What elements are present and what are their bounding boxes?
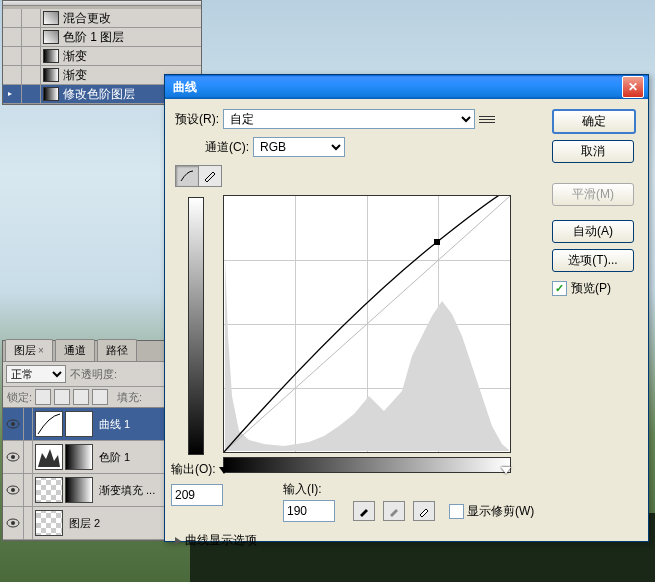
- history-item[interactable]: 色阶 1 图层: [3, 28, 201, 47]
- blend-mode-select[interactable]: 正常: [6, 365, 66, 383]
- lock-trans-icon[interactable]: [35, 389, 51, 405]
- pencil-tool-icon[interactable]: [199, 166, 221, 186]
- checkbox-icon: ✓: [552, 281, 567, 296]
- show-clip-checkbox[interactable]: ✓ 显示修剪(W): [449, 503, 534, 520]
- expander-icon: [175, 537, 181, 545]
- lock-all-icon[interactable]: [92, 389, 108, 405]
- title-bar[interactable]: 曲线 ✕: [165, 75, 648, 99]
- show-clip-label: 显示修剪(W): [467, 503, 534, 520]
- curves-graph[interactable]: [223, 195, 511, 453]
- history-item[interactable]: 渐变: [3, 47, 201, 66]
- expander-label: 曲线显示选项: [185, 532, 257, 549]
- preview-label: 预览(P): [571, 280, 611, 297]
- channel-label: 通道(C):: [205, 139, 249, 156]
- input-gradient: [223, 457, 511, 473]
- curve-line: [224, 196, 510, 452]
- ok-button[interactable]: 确定: [552, 109, 636, 134]
- svg-point-7: [11, 521, 15, 525]
- options-button[interactable]: 选项(T)...: [552, 249, 634, 272]
- svg-point-5: [11, 488, 15, 492]
- layer-row[interactable]: 曲线 1: [3, 408, 191, 441]
- svg-point-3: [11, 455, 15, 459]
- black-dropper-icon[interactable]: [353, 501, 375, 521]
- black-point-slider[interactable]: [219, 467, 229, 474]
- visibility-icon[interactable]: [3, 441, 24, 473]
- input-label: 输入(I):: [283, 481, 322, 498]
- cancel-button[interactable]: 取消: [552, 140, 634, 163]
- tab-channels[interactable]: 通道: [55, 339, 95, 361]
- tab-paths[interactable]: 路径: [97, 339, 137, 361]
- visibility-icon[interactable]: [3, 474, 24, 506]
- gray-dropper-icon[interactable]: [383, 501, 405, 521]
- close-button[interactable]: ✕: [622, 76, 644, 98]
- preview-checkbox[interactable]: ✓ 预览(P): [552, 280, 638, 297]
- layers-list: 曲线 1色阶 1渐变填充 ...图层 2: [3, 407, 191, 540]
- smooth-button[interactable]: 平滑(M): [552, 183, 634, 206]
- lock-move-icon[interactable]: [73, 389, 89, 405]
- preset-label: 预设(R):: [175, 111, 219, 128]
- layer-row[interactable]: 图层 2: [3, 507, 191, 540]
- visibility-icon[interactable]: [3, 507, 24, 539]
- dialog-title: 曲线: [169, 79, 622, 96]
- output-label: 输出(O):: [171, 461, 216, 478]
- lock-label: 锁定:: [7, 390, 32, 405]
- svg-line-8: [224, 196, 510, 452]
- curves-dialog: 曲线 ✕ 预设(R): 自定 通道(C): RGB 输出(O):: [164, 74, 649, 542]
- preset-select[interactable]: 自定: [223, 109, 475, 129]
- layer-row[interactable]: 渐变填充 ...: [3, 474, 191, 507]
- auto-button[interactable]: 自动(A): [552, 220, 634, 243]
- layer-row[interactable]: 色阶 1: [3, 441, 191, 474]
- white-point-slider[interactable]: [501, 467, 511, 474]
- history-item[interactable]: 混合更改: [3, 9, 201, 28]
- control-point: [434, 239, 440, 245]
- opacity-label: 不透明度:: [70, 367, 117, 382]
- layers-tabs: 图层× 通道 路径: [3, 341, 191, 361]
- output-input[interactable]: [171, 484, 223, 506]
- input-input[interactable]: [283, 500, 335, 522]
- layers-lock-row: 锁定: 填充:: [3, 386, 191, 407]
- visibility-icon[interactable]: [3, 408, 24, 440]
- preset-menu-icon[interactable]: [479, 112, 495, 126]
- svg-point-1: [11, 422, 15, 426]
- fill-label: 填充:: [117, 390, 142, 405]
- white-dropper-icon[interactable]: [413, 501, 435, 521]
- display-options-expander[interactable]: 曲线显示选项: [175, 532, 544, 549]
- channel-select[interactable]: RGB: [253, 137, 345, 157]
- tab-layers[interactable]: 图层×: [5, 339, 53, 361]
- lock-paint-icon[interactable]: [54, 389, 70, 405]
- layers-options: 正常 不透明度:: [3, 361, 191, 386]
- curve-tool-buttons: [175, 165, 222, 187]
- output-gradient: [188, 197, 204, 455]
- curve-tool-icon[interactable]: [176, 166, 199, 186]
